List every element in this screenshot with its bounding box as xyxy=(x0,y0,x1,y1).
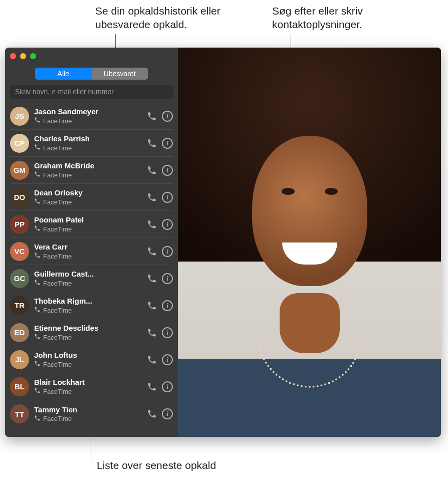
contact-row[interactable]: TTTammy TienFaceTimei xyxy=(10,400,173,427)
phone-icon xyxy=(34,144,41,152)
contact-row[interactable]: VCVera CarrFaceTimei xyxy=(10,238,173,265)
contact-name: Charles Parrish xyxy=(34,134,142,143)
call-button[interactable] xyxy=(147,301,157,311)
callout-search: Søg efter eller skriv kontaktoplysninger… xyxy=(272,4,422,32)
call-type: FaceTime xyxy=(43,307,72,314)
call-type: FaceTime xyxy=(43,117,72,125)
contact-name: Dean Orlosky xyxy=(34,188,142,197)
contact-text: Guillermo Cast...FaceTime xyxy=(34,270,142,287)
info-button[interactable]: i xyxy=(162,381,173,392)
call-button[interactable] xyxy=(147,274,157,284)
video-preview xyxy=(178,48,441,437)
info-button[interactable]: i xyxy=(162,354,173,365)
contact-subtitle: FaceTime xyxy=(34,279,142,287)
tab-missed[interactable]: Ubesvaret xyxy=(92,68,148,80)
info-button[interactable]: i xyxy=(162,273,173,284)
window-minimize-button[interactable] xyxy=(20,53,26,59)
phone-icon xyxy=(34,171,41,179)
phone-icon xyxy=(34,415,41,423)
info-button[interactable]: i xyxy=(162,219,173,230)
call-button[interactable] xyxy=(147,355,157,365)
contact-subtitle: FaceTime xyxy=(34,117,142,125)
call-type: FaceTime xyxy=(43,253,72,260)
call-type: FaceTime xyxy=(43,171,72,179)
call-type: FaceTime xyxy=(43,225,72,233)
call-button[interactable] xyxy=(147,111,157,121)
call-history-tabs: Alle Ubesvaret xyxy=(35,68,148,80)
avatar: PP xyxy=(10,215,29,234)
call-button[interactable] xyxy=(147,165,157,175)
call-button[interactable] xyxy=(147,192,157,202)
callout-list: Liste over seneste opkald xyxy=(97,458,216,472)
contact-row[interactable]: CPCharles ParrishFaceTimei xyxy=(10,130,173,157)
call-button[interactable] xyxy=(147,219,157,229)
contact-row[interactable]: JSJason SandmeyerFaceTimei xyxy=(10,103,173,130)
call-button[interactable] xyxy=(147,138,157,148)
callout-history: Se din opkaldshistorik eller ubesvarede … xyxy=(95,4,236,32)
contact-text: Tammy TienFaceTime xyxy=(34,405,142,423)
phone-icon xyxy=(34,198,41,206)
avatar: TR xyxy=(10,296,29,315)
contact-subtitle: FaceTime xyxy=(34,252,142,260)
contact-subtitle: FaceTime xyxy=(34,415,142,423)
info-button[interactable]: i xyxy=(162,246,173,257)
contact-subtitle: FaceTime xyxy=(34,387,142,395)
info-button[interactable]: i xyxy=(162,327,173,338)
recent-calls-list: JSJason SandmeyerFaceTimeiCPCharles Parr… xyxy=(5,103,178,437)
avatar: CP xyxy=(10,134,29,153)
contact-subtitle: FaceTime xyxy=(34,225,142,233)
avatar: ED xyxy=(10,323,29,342)
phone-icon xyxy=(34,117,41,125)
contact-text: John LoftusFaceTime xyxy=(34,351,142,368)
contact-row[interactable]: GCGuillermo Cast...FaceTimei xyxy=(10,265,173,292)
contact-row[interactable]: DODean OrloskyFaceTimei xyxy=(10,184,173,211)
contact-text: Dean OrloskyFaceTime xyxy=(34,188,142,206)
info-button[interactable]: i xyxy=(162,138,173,149)
info-button[interactable]: i xyxy=(162,111,173,122)
contact-name: Thobeka Rigm... xyxy=(34,297,142,305)
call-type: FaceTime xyxy=(43,334,72,341)
caller-portrait xyxy=(178,48,441,437)
window-zoom-button[interactable] xyxy=(30,53,36,59)
window-titlebar xyxy=(5,48,178,65)
info-button[interactable]: i xyxy=(162,165,173,176)
call-button[interactable] xyxy=(147,382,157,392)
phone-icon xyxy=(34,306,41,314)
phone-icon xyxy=(34,333,41,341)
contact-name: Jason Sandmeyer xyxy=(34,107,142,116)
phone-icon xyxy=(34,252,41,260)
search-container xyxy=(10,85,173,99)
call-type: FaceTime xyxy=(43,388,72,395)
call-button[interactable] xyxy=(147,247,157,257)
contact-text: Charles ParrishFaceTime xyxy=(34,134,142,152)
contact-name: Blair Lockhart xyxy=(34,378,142,386)
contact-name: Vera Carr xyxy=(34,243,142,251)
contact-text: Poonam PatelFaceTime xyxy=(34,215,142,233)
window-close-button[interactable] xyxy=(10,53,16,59)
info-button[interactable]: i xyxy=(162,192,173,203)
facetime-window: Alle Ubesvaret JSJason SandmeyerFaceTime… xyxy=(5,48,441,437)
contact-text: Thobeka Rigm...FaceTime xyxy=(34,297,142,314)
tab-all[interactable]: Alle xyxy=(35,68,92,80)
avatar: BL xyxy=(10,377,29,396)
contact-name: Tammy Tien xyxy=(34,405,142,414)
contact-row[interactable]: TRThobeka Rigm...FaceTimei xyxy=(10,292,173,319)
phone-icon xyxy=(34,387,41,395)
contact-row[interactable]: EDEtienne DesclidesFaceTimei xyxy=(10,319,173,346)
call-type: FaceTime xyxy=(43,144,72,152)
call-button[interactable] xyxy=(147,328,157,338)
contact-subtitle: FaceTime xyxy=(34,144,142,152)
info-button[interactable]: i xyxy=(162,408,173,419)
contact-name: Poonam Patel xyxy=(34,215,142,224)
contact-row[interactable]: JLJohn LoftusFaceTimei xyxy=(10,346,173,373)
avatar: GM xyxy=(10,161,29,180)
contact-row[interactable]: BLBlair LockhartFaceTimei xyxy=(10,373,173,400)
contact-row[interactable]: GMGraham McBrideFaceTimei xyxy=(10,157,173,184)
contact-name: Guillermo Cast... xyxy=(34,270,142,278)
contact-text: Jason SandmeyerFaceTime xyxy=(34,107,142,125)
contact-subtitle: FaceTime xyxy=(34,306,142,314)
call-button[interactable] xyxy=(147,409,157,419)
info-button[interactable]: i xyxy=(162,300,173,311)
contact-row[interactable]: PPPoonam PatelFaceTimei xyxy=(10,211,173,238)
search-input[interactable] xyxy=(10,85,173,99)
